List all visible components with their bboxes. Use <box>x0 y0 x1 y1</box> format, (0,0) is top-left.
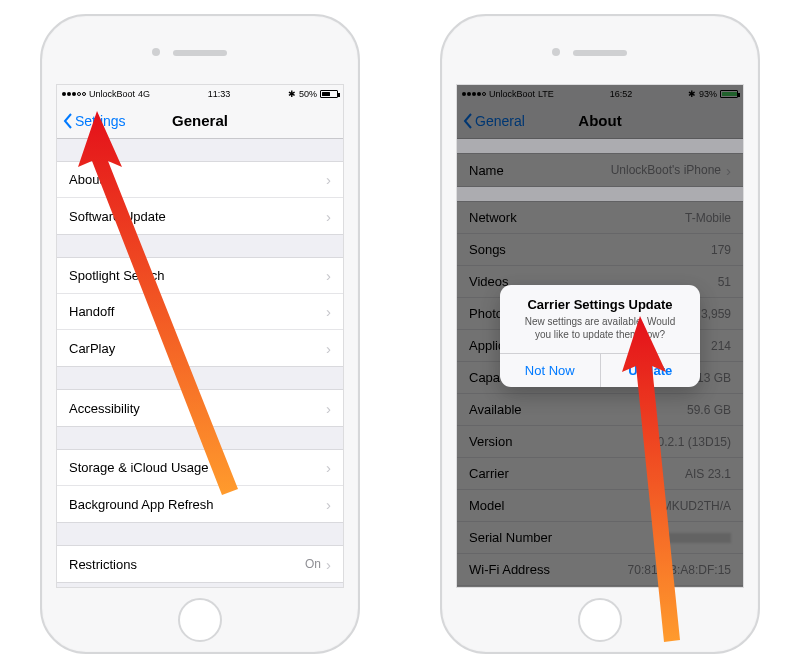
chevron-right-icon: › <box>326 340 331 357</box>
row-label: Handoff <box>69 304 114 319</box>
speaker <box>173 50 227 56</box>
chevron-right-icon: › <box>326 303 331 320</box>
row-restrictions[interactable]: Restrictions On › <box>57 546 343 582</box>
chevron-right-icon: › <box>326 267 331 284</box>
row-about[interactable]: About › <box>57 162 343 198</box>
nav-title: General <box>172 112 228 129</box>
signal-dots-icon <box>62 92 86 96</box>
modal-message: New settings are available. Would you li… <box>500 315 700 353</box>
front-camera <box>152 48 160 56</box>
row-carplay[interactable]: CarPlay › <box>57 330 343 366</box>
update-button[interactable]: Update <box>600 354 701 387</box>
row-label: Spotlight Search <box>69 268 164 283</box>
general-list[interactable]: About › Software Update › Spotlight Sear… <box>57 161 343 583</box>
row-label: Software Update <box>69 209 166 224</box>
row-label: About <box>69 172 103 187</box>
modal-title: Carrier Settings Update <box>500 285 700 315</box>
row-label: Restrictions <box>69 557 137 572</box>
chevron-right-icon: › <box>326 496 331 513</box>
chevron-right-icon: › <box>326 171 331 188</box>
battery-pct: 50% <box>299 89 317 99</box>
chevron-right-icon: › <box>326 208 331 225</box>
network-label: 4G <box>138 89 150 99</box>
back-button[interactable]: Settings <box>63 113 126 129</box>
not-now-button[interactable]: Not Now <box>500 354 600 387</box>
row-label: Accessibility <box>69 401 140 416</box>
row-label: CarPlay <box>69 341 115 356</box>
row-accessibility[interactable]: Accessibility › <box>57 390 343 426</box>
phone-about: UnlockBoot LTE 16:52 ✱ 93% General <box>440 14 760 654</box>
row-label: Storage & iCloud Usage <box>69 460 208 475</box>
screen-about: UnlockBoot LTE 16:52 ✱ 93% General <box>456 84 744 588</box>
row-software-update[interactable]: Software Update › <box>57 198 343 234</box>
carrier-label: UnlockBoot <box>89 89 135 99</box>
chevron-right-icon: › <box>326 556 331 573</box>
row-handoff[interactable]: Handoff › <box>57 294 343 330</box>
front-camera <box>552 48 560 56</box>
home-button[interactable] <box>578 598 622 642</box>
clock-label: 11:33 <box>208 89 231 99</box>
chevron-right-icon: › <box>326 400 331 417</box>
home-button[interactable] <box>178 598 222 642</box>
row-storage-icloud[interactable]: Storage & iCloud Usage › <box>57 450 343 486</box>
chevron-left-icon <box>63 113 73 129</box>
screen-general: UnlockBoot 4G 11:33 ✱ 50% Settings Gener… <box>56 84 344 588</box>
speaker <box>573 50 627 56</box>
row-background-app-refresh[interactable]: Background App Refresh › <box>57 486 343 522</box>
row-label: Background App Refresh <box>69 497 214 512</box>
phone-general: UnlockBoot 4G 11:33 ✱ 50% Settings Gener… <box>40 14 360 654</box>
status-bar: UnlockBoot 4G 11:33 ✱ 50% <box>57 85 343 103</box>
back-label: Settings <box>75 113 126 129</box>
carrier-settings-modal: Carrier Settings Update New settings are… <box>500 285 700 387</box>
nav-bar: Settings General <box>57 103 343 139</box>
row-value: On <box>305 557 321 571</box>
modal-backdrop: Carrier Settings Update New settings are… <box>457 85 743 587</box>
battery-icon <box>320 90 338 98</box>
bluetooth-icon: ✱ <box>288 89 296 99</box>
row-spotlight-search[interactable]: Spotlight Search › <box>57 258 343 294</box>
chevron-right-icon: › <box>326 459 331 476</box>
